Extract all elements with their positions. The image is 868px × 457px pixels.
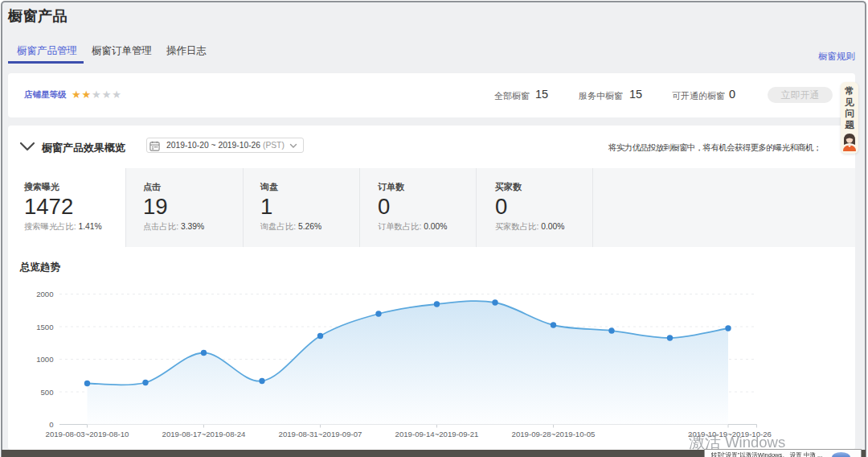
- svg-text:500: 500: [40, 388, 53, 397]
- svg-text:1500: 1500: [36, 323, 53, 331]
- svg-text:2019-09-14~2019-09-21: 2019-09-14~2019-09-21: [395, 430, 479, 438]
- svg-text:1000: 1000: [36, 355, 53, 364]
- svg-text:2019-08-17~2019-08-24: 2019-08-17~2019-08-24: [162, 430, 246, 438]
- svg-text:2019-09-28~2019-10-05: 2019-09-28~2019-10-05: [512, 430, 596, 438]
- svg-text:2000: 2000: [36, 290, 53, 298]
- svg-text:2019-08-31~2019-09-07: 2019-08-31~2019-09-07: [279, 430, 362, 438]
- svg-text:2019-08-03~2019-08-10: 2019-08-03~2019-08-10: [46, 430, 129, 438]
- svg-text:0: 0: [49, 420, 53, 429]
